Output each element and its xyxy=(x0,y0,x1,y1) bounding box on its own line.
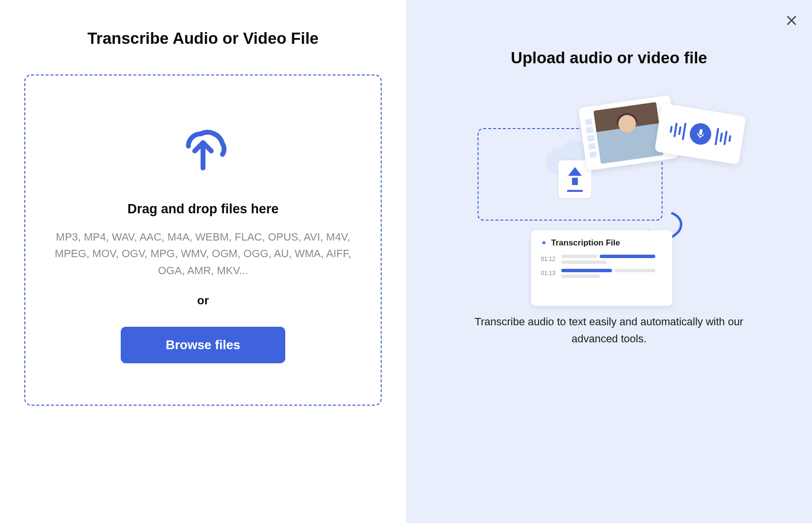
right-title: Upload audio or video file xyxy=(511,49,707,67)
sparkle-icon: ✦ xyxy=(541,239,547,247)
microphone-icon xyxy=(688,122,712,146)
video-thumbnail-icon xyxy=(593,102,664,164)
cloud-upload-icon xyxy=(171,119,235,175)
transcription-file-label: Transcription File xyxy=(551,238,620,248)
close-button[interactable] xyxy=(786,15,797,28)
upload-illustration: ✦ Transcription File 01:12 01:13 xyxy=(473,94,745,299)
browse-files-button[interactable]: Browse files xyxy=(121,327,285,363)
left-panel: Transcribe Audio or Video File Drag and … xyxy=(0,0,406,523)
supported-formats-text: MP3, MP4, WAV, AAC, M4A, WEBM, FLAC, OPU… xyxy=(45,229,361,279)
transcription-card-graphic: ✦ Transcription File 01:12 01:13 xyxy=(531,230,672,306)
timestamp-1: 01:12 xyxy=(541,255,555,262)
close-icon xyxy=(786,15,797,26)
timestamp-2: 01:13 xyxy=(541,269,555,277)
or-separator: or xyxy=(197,294,209,307)
page-title: Transcribe Audio or Video File xyxy=(24,29,382,48)
svg-line-1 xyxy=(700,136,700,138)
description-text: Transcribe audio to text easily and auto… xyxy=(458,313,760,347)
file-dropzone[interactable]: Drag and drop files here MP3, MP4, WAV, … xyxy=(24,75,382,406)
right-panel: Upload audio or video file xyxy=(406,0,812,523)
drag-drop-label: Drag and drop files here xyxy=(128,202,279,217)
svg-rect-0 xyxy=(699,129,702,135)
